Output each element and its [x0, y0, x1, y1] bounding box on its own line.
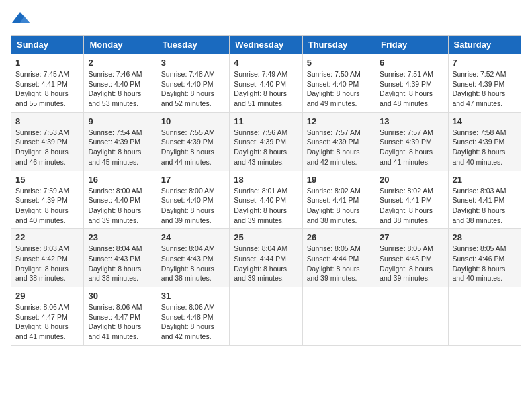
calendar-day-cell: 28Sunrise: 8:05 AMSunset: 4:46 PMDayligh… — [448, 229, 521, 287]
day-number: 8 — [15, 116, 79, 126]
day-info: Sunrise: 7:46 AMSunset: 4:40 PMDaylight:… — [88, 69, 152, 109]
day-number: 24 — [161, 232, 225, 242]
day-number: 3 — [161, 58, 225, 68]
day-number: 27 — [380, 232, 443, 242]
calendar-day-cell — [448, 287, 521, 346]
calendar-week-row: 1Sunrise: 7:45 AMSunset: 4:41 PMDaylight… — [11, 54, 521, 113]
day-of-week-header: Thursday — [302, 36, 375, 54]
calendar-day-cell — [230, 287, 302, 346]
day-number: 16 — [88, 175, 152, 185]
day-info: Sunrise: 8:03 AMSunset: 4:41 PMDaylight:… — [453, 186, 517, 226]
day-number: 25 — [234, 232, 298, 242]
day-number: 9 — [88, 116, 152, 126]
day-info: Sunrise: 8:04 AMSunset: 4:43 PMDaylight:… — [88, 244, 152, 283]
calendar-day-cell: 22Sunrise: 8:03 AMSunset: 4:42 PMDayligh… — [11, 229, 84, 287]
day-number: 11 — [234, 116, 298, 126]
day-of-week-header: Sunday — [11, 36, 84, 54]
day-info: Sunrise: 7:57 AMSunset: 4:39 PMDaylight:… — [380, 128, 443, 167]
day-number: 5 — [307, 58, 371, 68]
day-number: 12 — [307, 116, 371, 126]
calendar-day-cell: 31Sunrise: 8:06 AMSunset: 4:48 PMDayligh… — [157, 287, 229, 346]
calendar-day-cell: 24Sunrise: 8:04 AMSunset: 4:43 PMDayligh… — [157, 229, 229, 287]
calendar-week-row: 22Sunrise: 8:03 AMSunset: 4:42 PMDayligh… — [11, 229, 521, 287]
day-number: 31 — [161, 291, 225, 301]
calendar-day-cell: 3Sunrise: 7:48 AMSunset: 4:40 PMDaylight… — [157, 54, 229, 113]
day-number: 20 — [380, 175, 443, 185]
day-number: 6 — [380, 58, 443, 68]
day-info: Sunrise: 8:06 AMSunset: 4:48 PMDaylight:… — [161, 302, 225, 342]
calendar-day-cell — [375, 287, 448, 346]
calendar-day-cell: 18Sunrise: 8:01 AMSunset: 4:40 PMDayligh… — [230, 171, 302, 229]
day-number: 21 — [453, 175, 517, 185]
calendar-day-cell: 14Sunrise: 7:58 AMSunset: 4:39 PMDayligh… — [448, 112, 521, 171]
day-info: Sunrise: 7:57 AMSunset: 4:39 PMDaylight:… — [307, 128, 371, 167]
calendar-day-cell: 20Sunrise: 8:02 AMSunset: 4:41 PMDayligh… — [375, 171, 448, 229]
day-info: Sunrise: 7:51 AMSunset: 4:39 PMDaylight:… — [380, 69, 443, 109]
calendar-header-row: SundayMondayTuesdayWednesdayThursdayFrid… — [11, 36, 521, 54]
calendar-day-cell: 11Sunrise: 7:56 AMSunset: 4:39 PMDayligh… — [230, 112, 302, 171]
calendar-day-cell: 26Sunrise: 8:05 AMSunset: 4:44 PMDayligh… — [302, 229, 375, 287]
day-number: 15 — [15, 175, 79, 185]
calendar-day-cell — [302, 287, 375, 346]
day-number: 28 — [453, 232, 517, 242]
day-info: Sunrise: 8:05 AMSunset: 4:46 PMDaylight:… — [453, 244, 517, 283]
day-of-week-header: Monday — [84, 36, 157, 54]
day-of-week-header: Saturday — [448, 36, 521, 54]
calendar-day-cell: 13Sunrise: 7:57 AMSunset: 4:39 PMDayligh… — [375, 112, 448, 171]
calendar-day-cell: 17Sunrise: 8:00 AMSunset: 4:40 PMDayligh… — [157, 171, 229, 229]
calendar-week-row: 8Sunrise: 7:53 AMSunset: 4:39 PMDaylight… — [11, 112, 521, 171]
calendar-day-cell: 19Sunrise: 8:02 AMSunset: 4:41 PMDayligh… — [302, 171, 375, 229]
day-info: Sunrise: 8:02 AMSunset: 4:41 PMDaylight:… — [380, 186, 443, 226]
day-number: 10 — [161, 116, 225, 126]
calendar-table: SundayMondayTuesdayWednesdayThursdayFrid… — [11, 35, 521, 346]
day-info: Sunrise: 7:50 AMSunset: 4:40 PMDaylight:… — [307, 69, 371, 109]
calendar-day-cell: 9Sunrise: 7:54 AMSunset: 4:39 PMDaylight… — [84, 112, 157, 171]
day-info: Sunrise: 8:01 AMSunset: 4:40 PMDaylight:… — [234, 186, 298, 226]
calendar-day-cell: 1Sunrise: 7:45 AMSunset: 4:41 PMDaylight… — [11, 54, 84, 113]
day-info: Sunrise: 8:04 AMSunset: 4:43 PMDaylight:… — [161, 244, 225, 283]
calendar-day-cell: 5Sunrise: 7:50 AMSunset: 4:40 PMDaylight… — [302, 54, 375, 113]
calendar-day-cell: 21Sunrise: 8:03 AMSunset: 4:41 PMDayligh… — [448, 171, 521, 229]
day-number: 17 — [161, 175, 225, 185]
day-info: Sunrise: 7:53 AMSunset: 4:39 PMDaylight:… — [15, 128, 79, 167]
day-number: 30 — [88, 291, 152, 301]
day-of-week-header: Tuesday — [157, 36, 229, 54]
day-number: 18 — [234, 175, 298, 185]
day-number: 7 — [453, 58, 517, 68]
page-header — [11, 11, 521, 27]
day-info: Sunrise: 8:06 AMSunset: 4:47 PMDaylight:… — [15, 302, 79, 342]
logo — [11, 11, 31, 27]
day-info: Sunrise: 7:55 AMSunset: 4:39 PMDaylight:… — [161, 128, 225, 167]
day-info: Sunrise: 7:58 AMSunset: 4:39 PMDaylight:… — [453, 128, 517, 167]
day-info: Sunrise: 8:00 AMSunset: 4:40 PMDaylight:… — [88, 186, 152, 226]
calendar-day-cell: 30Sunrise: 8:06 AMSunset: 4:47 PMDayligh… — [84, 287, 157, 346]
day-info: Sunrise: 8:02 AMSunset: 4:41 PMDaylight:… — [307, 186, 371, 226]
day-info: Sunrise: 8:06 AMSunset: 4:47 PMDaylight:… — [88, 302, 152, 342]
day-info: Sunrise: 7:48 AMSunset: 4:40 PMDaylight:… — [161, 69, 225, 109]
calendar-day-cell: 2Sunrise: 7:46 AMSunset: 4:40 PMDaylight… — [84, 54, 157, 113]
day-number: 4 — [234, 58, 298, 68]
calendar-day-cell: 23Sunrise: 8:04 AMSunset: 4:43 PMDayligh… — [84, 229, 157, 287]
day-info: Sunrise: 8:04 AMSunset: 4:44 PMDaylight:… — [234, 244, 298, 283]
calendar-week-row: 29Sunrise: 8:06 AMSunset: 4:47 PMDayligh… — [11, 287, 521, 346]
calendar-day-cell: 7Sunrise: 7:52 AMSunset: 4:39 PMDaylight… — [448, 54, 521, 113]
calendar-day-cell: 4Sunrise: 7:49 AMSunset: 4:40 PMDaylight… — [230, 54, 302, 113]
day-number: 13 — [380, 116, 443, 126]
day-number: 14 — [453, 116, 517, 126]
calendar-week-row: 15Sunrise: 7:59 AMSunset: 4:39 PMDayligh… — [11, 171, 521, 229]
day-number: 23 — [88, 232, 152, 242]
day-of-week-header: Wednesday — [230, 36, 302, 54]
day-info: Sunrise: 7:54 AMSunset: 4:39 PMDaylight:… — [88, 128, 152, 167]
calendar-day-cell: 25Sunrise: 8:04 AMSunset: 4:44 PMDayligh… — [230, 229, 302, 287]
day-number: 22 — [15, 232, 79, 242]
calendar-day-cell: 10Sunrise: 7:55 AMSunset: 4:39 PMDayligh… — [157, 112, 229, 171]
day-number: 29 — [15, 291, 79, 301]
day-of-week-header: Friday — [375, 36, 448, 54]
day-info: Sunrise: 8:03 AMSunset: 4:42 PMDaylight:… — [15, 244, 79, 283]
calendar-day-cell: 16Sunrise: 8:00 AMSunset: 4:40 PMDayligh… — [84, 171, 157, 229]
calendar-day-cell: 6Sunrise: 7:51 AMSunset: 4:39 PMDaylight… — [375, 54, 448, 113]
day-number: 26 — [307, 232, 371, 242]
calendar-day-cell: 15Sunrise: 7:59 AMSunset: 4:39 PMDayligh… — [11, 171, 84, 229]
day-number: 2 — [88, 58, 152, 68]
day-info: Sunrise: 8:05 AMSunset: 4:44 PMDaylight:… — [307, 244, 371, 283]
